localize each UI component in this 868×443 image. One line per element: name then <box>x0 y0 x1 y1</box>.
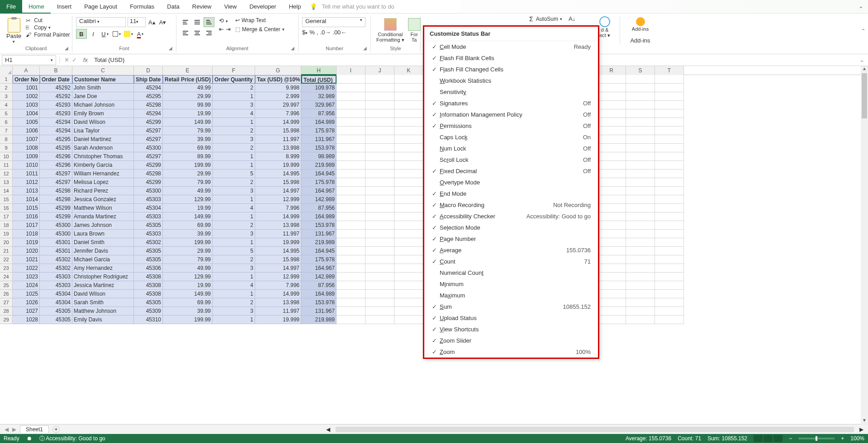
data-cell[interactable]: 45296 <box>40 152 72 161</box>
data-cell[interactable] <box>626 281 655 290</box>
data-cell[interactable] <box>626 118 655 127</box>
data-cell[interactable]: 14.999 <box>255 290 301 298</box>
data-cell[interactable]: 14.995 <box>255 247 301 255</box>
data-cell[interactable]: 14.999 <box>255 118 301 127</box>
data-cell[interactable]: 164.989 <box>301 212 337 221</box>
data-cell[interactable] <box>365 264 394 273</box>
data-cell[interactable]: 79.99 <box>163 127 213 135</box>
status-bar-menu-item[interactable]: Sensitivity <box>424 86 598 98</box>
data-cell[interactable] <box>365 281 394 290</box>
status-bar-menu-item[interactable]: Num LockOff <box>424 143 598 154</box>
data-cell[interactable]: 1001 <box>13 84 40 92</box>
data-cell[interactable] <box>337 178 365 187</box>
tab-review[interactable]: Review <box>186 0 218 14</box>
data-cell[interactable]: 45305 <box>40 316 72 324</box>
data-cell[interactable] <box>394 290 423 298</box>
status-bar-menu-item[interactable]: ✓Flash Fill Blank Cells <box>424 52 598 64</box>
data-cell[interactable] <box>394 127 423 135</box>
sheet-tab-sheet1[interactable]: Sheet1 <box>20 425 49 433</box>
data-cell[interactable] <box>597 264 626 273</box>
data-cell[interactable] <box>597 298 626 307</box>
data-cell[interactable]: Laura Brown <box>72 230 134 238</box>
decrease-decimal-button[interactable]: .00← <box>332 29 346 36</box>
data-cell[interactable]: 29.99 <box>163 92 213 101</box>
page-layout-view-button[interactable] <box>764 435 773 442</box>
row-header[interactable]: 20 <box>0 238 13 247</box>
data-cell[interactable] <box>365 255 394 264</box>
data-cell[interactable]: 3 <box>213 230 255 238</box>
row-header[interactable]: 28 <box>0 307 13 316</box>
data-cell[interactable]: 1 <box>213 92 255 101</box>
data-cell[interactable]: 45299 <box>134 161 163 170</box>
data-cell[interactable]: 1021 <box>13 255 40 264</box>
row-header[interactable]: 25 <box>0 281 13 290</box>
data-cell[interactable]: 29.99 <box>163 247 213 255</box>
data-cell[interactable]: 29.997 <box>255 101 301 109</box>
data-cell[interactable] <box>626 230 655 238</box>
status-bar-menu-item[interactable]: ✓Zoom100% <box>424 346 598 358</box>
underline-button[interactable]: U▾ <box>100 29 110 39</box>
status-bar-menu-item[interactable]: ✓SignaturesOff <box>424 98 598 109</box>
data-cell[interactable]: Sarah Anderson <box>72 144 134 152</box>
data-cell[interactable] <box>626 84 655 92</box>
data-cell[interactable] <box>597 118 626 127</box>
row-header[interactable]: 2 <box>0 84 13 92</box>
data-cell[interactable] <box>365 290 394 298</box>
data-cell[interactable]: 45294 <box>40 127 72 135</box>
data-cell[interactable]: 98.989 <box>301 152 337 161</box>
wrap-text-button[interactable]: ↩Wrap Text <box>235 17 285 24</box>
data-cell[interactable] <box>626 170 655 178</box>
data-cell[interactable]: 45305 <box>134 255 163 264</box>
data-cell[interactable]: Christopher Rodriguez <box>72 273 134 281</box>
data-cell[interactable] <box>655 195 684 204</box>
row-header[interactable]: 21 <box>0 247 13 255</box>
data-cell[interactable] <box>626 316 655 324</box>
data-cell[interactable]: 19.99 <box>163 109 213 118</box>
data-cell[interactable]: 15.998 <box>255 127 301 135</box>
column-header-R[interactable]: R <box>597 66 626 75</box>
data-cell[interactable] <box>626 238 655 247</box>
sort-filter-icon[interactable]: A↓ <box>569 15 575 23</box>
data-cell[interactable] <box>597 195 626 204</box>
data-cell[interactable]: 45300 <box>134 187 163 195</box>
data-cell[interactable]: 8.999 <box>255 152 301 161</box>
data-cell[interactable]: 45300 <box>40 230 72 238</box>
name-box[interactable]: H1▾ <box>2 55 56 65</box>
data-cell[interactable]: Daniel Martinez <box>72 135 134 144</box>
data-cell[interactable] <box>655 152 684 161</box>
data-cell[interactable] <box>394 221 423 230</box>
data-cell[interactable]: 2 <box>213 127 255 135</box>
data-cell[interactable] <box>394 230 423 238</box>
column-header-K[interactable]: K <box>394 66 423 75</box>
data-cell[interactable]: 109.978 <box>301 84 337 92</box>
find-select-button[interactable]: d &ect ▾ <box>599 16 610 38</box>
tab-developer[interactable]: Developer <box>243 0 282 14</box>
data-cell[interactable] <box>337 135 365 144</box>
data-cell[interactable]: 219.989 <box>301 316 337 324</box>
status-bar-menu-item[interactable]: ✓Accessibility CheckerAccessibility: Goo… <box>424 211 598 222</box>
data-cell[interactable] <box>394 307 423 316</box>
data-cell[interactable] <box>337 161 365 170</box>
tell-me-input[interactable]: Tell me what you want to do <box>322 3 394 10</box>
data-cell[interactable]: Richard Perez <box>72 187 134 195</box>
data-cell[interactable]: John Smith <box>72 84 134 92</box>
data-cell[interactable] <box>394 135 423 144</box>
data-cell[interactable]: 199.99 <box>163 238 213 247</box>
data-cell[interactable]: Michael Garcia <box>72 255 134 264</box>
data-cell[interactable]: 19.999 <box>255 238 301 247</box>
data-cell[interactable] <box>655 298 684 307</box>
data-cell[interactable]: 149.99 <box>163 118 213 127</box>
row-header[interactable]: 9 <box>0 144 13 152</box>
data-cell[interactable] <box>626 195 655 204</box>
data-cell[interactable]: 2.999 <box>255 92 301 101</box>
data-cell[interactable]: Jessica Martinez <box>72 281 134 290</box>
data-cell[interactable]: 1 <box>213 195 255 204</box>
data-cell[interactable]: 45297 <box>134 152 163 161</box>
dialog-launcher-icon[interactable]: ◢ <box>363 46 369 51</box>
header-cell[interactable]: Order No <box>13 75 40 84</box>
increase-decimal-button[interactable]: .0→ <box>320 29 331 36</box>
data-cell[interactable]: 69.99 <box>163 298 213 307</box>
data-cell[interactable]: 45299 <box>134 178 163 187</box>
data-cell[interactable] <box>626 161 655 170</box>
data-cell[interactable]: 45299 <box>40 204 72 212</box>
